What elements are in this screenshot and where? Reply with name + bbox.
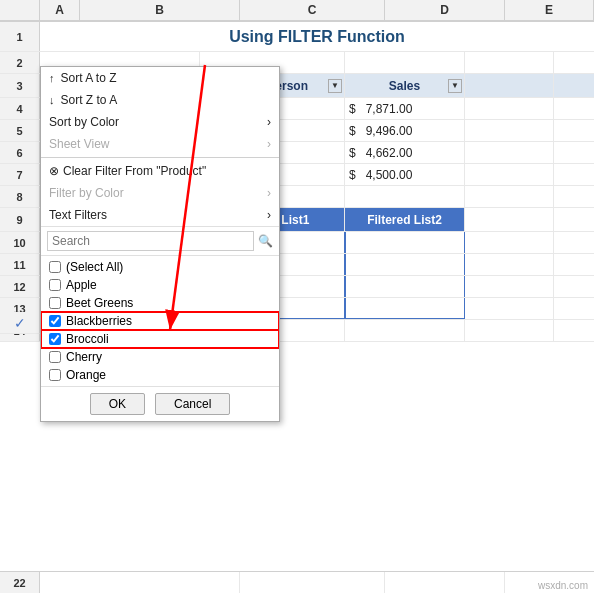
checkbox-input[interactable] <box>49 369 61 381</box>
row-1: 1 Using FILTER Function <box>0 22 594 52</box>
clear-filter-icon: ⊗ <box>49 164 59 178</box>
menu-filter-color-label: Filter by Color <box>49 186 124 200</box>
row-num-11: 11 <box>0 254 40 275</box>
cell-d11 <box>345 254 465 275</box>
cell-e9 <box>465 208 554 231</box>
row-num-10: 10 <box>0 232 40 253</box>
cancel-button[interactable]: Cancel <box>155 393 230 415</box>
menu-sort-az[interactable]: ↑ Sort A to Z <box>41 67 279 89</box>
cell-e11 <box>465 254 554 275</box>
row-num-12: 12 <box>0 276 40 297</box>
row-num-4: 4 <box>0 98 40 119</box>
checkbox-item[interactable]: Blackberries <box>41 312 279 330</box>
row-22: 22 <box>0 571 594 593</box>
row-num-1: 1 <box>0 22 40 51</box>
checkbox-label: Cherry <box>66 350 102 364</box>
filtered-list2-header: Filtered List2 <box>345 208 465 231</box>
corner-cell <box>0 0 40 21</box>
checkbox-input[interactable] <box>49 351 61 363</box>
amount-5: 9,496.00 <box>366 124 413 138</box>
row-num-5: 5 <box>0 120 40 141</box>
row-num-8: 8 <box>0 186 40 207</box>
checkmark-row: ✓ <box>0 312 40 334</box>
checkbox-list: (Select All)AppleBeet GreensBlackberries… <box>41 256 279 386</box>
amount-6: 4,662.00 <box>366 146 413 160</box>
checkbox-label: (Select All) <box>66 260 123 274</box>
cell-d22 <box>385 572 505 593</box>
cell-e10 <box>465 232 554 253</box>
col-header-c: C <box>240 0 385 21</box>
filter-checkmark-icon: ✓ <box>14 315 26 331</box>
filter-button-salesperson[interactable]: ▼ <box>328 79 342 93</box>
header-sales-label: Sales <box>389 79 420 93</box>
search-input[interactable] <box>47 231 254 251</box>
cell-e12 <box>465 276 554 297</box>
submenu-arrow-sort-color: › <box>267 115 271 129</box>
watermark: wsxdn.com <box>538 580 588 591</box>
col-header-b: B <box>80 0 240 21</box>
checkbox-label: Blackberries <box>66 314 132 328</box>
menu-sort-color-label: Sort by Color <box>49 115 119 129</box>
sort-az-icon: ↑ <box>49 72 55 84</box>
row-num-7: 7 <box>0 164 40 185</box>
submenu-arrow-text-filters: › <box>267 208 271 222</box>
checkbox-label: Orange <box>66 368 106 382</box>
row-num-3: 3 <box>0 74 40 97</box>
dropdown-footer: OK Cancel <box>41 386 279 421</box>
cell-e4 <box>465 98 554 119</box>
menu-sheet-view-label: Sheet View <box>49 137 110 151</box>
checkbox-item[interactable]: Cherry <box>41 348 279 366</box>
checkbox-input[interactable] <box>49 333 61 345</box>
menu-sheet-view: Sheet View › <box>41 133 279 155</box>
cell-d2 <box>345 52 465 73</box>
checkbox-item[interactable]: Broccoli <box>41 330 279 348</box>
cell-e6 <box>465 142 554 163</box>
row-num-22: 22 <box>0 572 40 593</box>
menu-sort-za[interactable]: ↓ Sort Z to A <box>41 89 279 111</box>
checkbox-label: Apple <box>66 278 97 292</box>
menu-text-filters[interactable]: Text Filters › <box>41 204 279 226</box>
cell-d8 <box>345 186 465 207</box>
cell-d13 <box>345 298 465 319</box>
dollar-5: $ <box>349 124 356 138</box>
cell-e3 <box>465 74 554 97</box>
checkbox-input[interactable] <box>49 261 61 273</box>
cell-e13 <box>465 298 554 319</box>
checkbox-item[interactable]: Beet Greens <box>41 294 279 312</box>
menu-clear-filter[interactable]: ⊗ Clear Filter From "Product" <box>41 160 279 182</box>
submenu-arrow-sheet-view: › <box>267 137 271 151</box>
menu-text-filters-label: Text Filters <box>49 208 107 222</box>
search-container: 🔍 <box>41 226 279 256</box>
checkbox-item[interactable]: Apple <box>41 276 279 294</box>
menu-sort-az-label: Sort A to Z <box>61 71 117 85</box>
checkbox-input[interactable] <box>49 297 61 309</box>
sort-za-icon: ↓ <box>49 94 55 106</box>
submenu-arrow-filter-color: › <box>267 186 271 200</box>
ok-button[interactable]: OK <box>90 393 145 415</box>
menu-clear-filter-label: Clear Filter From "Product" <box>63 164 206 178</box>
checkbox-item[interactable]: (Select All) <box>41 258 279 276</box>
row-num-2: 2 <box>0 52 40 73</box>
dollar-6: $ <box>349 146 356 160</box>
cell-e8 <box>465 186 554 207</box>
separator-1 <box>41 157 279 158</box>
header-sales: Sales ▼ <box>345 74 465 97</box>
checkbox-input[interactable] <box>49 315 61 327</box>
menu-sort-color[interactable]: Sort by Color › <box>41 111 279 133</box>
col-header-e: E <box>505 0 594 21</box>
checkbox-input[interactable] <box>49 279 61 291</box>
amount-7: 4,500.00 <box>366 168 413 182</box>
cell-d4: $ 7,871.00 <box>345 98 465 119</box>
col-header-a: A <box>40 0 80 21</box>
menu-filter-color: Filter by Color › <box>41 182 279 204</box>
dollar-4: $ <box>349 102 356 116</box>
cell-d10 <box>345 232 465 253</box>
cell-d12 <box>345 276 465 297</box>
spreadsheet: A B C D E 1 Using FILTER Function 2 3 Pr… <box>0 0 594 593</box>
column-header-row: A B C D E <box>0 0 594 22</box>
cell-c22 <box>240 572 385 593</box>
checkbox-label: Broccoli <box>66 332 109 346</box>
cell-d7: $ 4,500.00 <box>345 164 465 185</box>
filter-button-sales[interactable]: ▼ <box>448 79 462 93</box>
checkbox-item[interactable]: Orange <box>41 366 279 384</box>
